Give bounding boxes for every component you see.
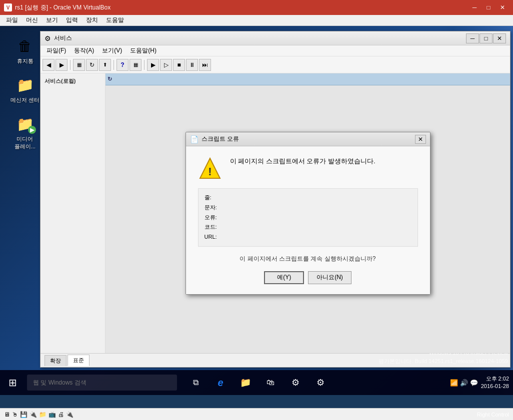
taskbar-right: 📶 🔊 💬 오후 2:02 2016-01-28 <box>450 370 513 395</box>
dialog-detail-url: URL: <box>204 232 412 242</box>
svg-text:!: ! <box>208 165 212 178</box>
taskbar-task-view[interactable]: ⧉ <box>183 370 208 395</box>
services-title: 서비스 <box>54 34 466 42</box>
dialog-detail-char: 문자: <box>204 203 412 213</box>
services-main-panel: ↻ 📄 스크립트 오류 ✕ <box>106 73 510 353</box>
toolbar-export-button[interactable]: ⬆ <box>99 59 111 71</box>
services-menu-help[interactable]: 도움말(H) <box>126 45 160 56</box>
vbox-minimize-button[interactable]: ─ <box>468 2 481 12</box>
vbox-window-controls: ─ □ ✕ <box>468 2 509 12</box>
dialog-message: 이 페이지의 스크립트에서 오류가 발생하였습니다. <box>230 156 376 166</box>
clock-date: 2016-01-28 <box>481 383 509 390</box>
services-content: 서비스(로컬) ↻ 📄 스크립 <box>40 73 510 353</box>
vbox-menu-file[interactable]: 파일 <box>2 15 22 25</box>
services-minimize-button[interactable]: ─ <box>466 33 479 43</box>
dialog-detail-code: 코드: <box>204 222 412 232</box>
desktop-icon-list: 🗑 휴지통 📁 메신저 센터 📁 ▶ 미디어플레이... <box>10 36 40 150</box>
toolbar-prop-button[interactable]: ▦ <box>130 59 142 71</box>
taskbar-store[interactable]: 🛍 <box>258 370 283 395</box>
dialog-no-button[interactable]: 아니요(N) <box>308 271 352 284</box>
services-close-button[interactable]: ✕ <box>493 33 506 43</box>
services-maximize-button[interactable]: □ <box>480 33 492 43</box>
toolbar-separator-3 <box>144 60 144 70</box>
taskbar-explorer[interactable]: 📁 <box>233 370 258 395</box>
toolbar-refresh-button[interactable]: ↻ <box>86 59 98 71</box>
dialog-detail-line: 줄: <box>204 193 412 203</box>
vbox-status-icon-8: 🔌 <box>66 411 74 418</box>
taskbar-edge[interactable]: e <box>208 370 233 395</box>
taskbar-settings[interactable]: ⚙ <box>283 370 308 395</box>
vbox-close-button[interactable]: ✕ <box>496 2 509 12</box>
desktop-icon-recycle-bin[interactable]: 🗑 휴지통 <box>10 36 40 65</box>
services-menu-file[interactable]: 파일(F) <box>42 45 70 56</box>
vbox-icon: V <box>4 3 12 11</box>
vbox-status-icon-6: 📺 <box>48 411 56 418</box>
services-menu-view[interactable]: 보기(V) <box>98 45 126 56</box>
mediaplayer-icon: 📁 ▶ <box>15 114 35 134</box>
toolbar-back-button[interactable]: ◀ <box>42 59 54 71</box>
services-window-controls: ─ □ ✕ <box>466 33 506 43</box>
vbox-titlebar: V rs1 [실행 중] - Oracle VM VirtualBox ─ □ … <box>0 0 513 15</box>
toolbar-start-button[interactable]: ▶ <box>147 59 159 71</box>
start-icon: ⊞ <box>8 377 17 389</box>
taskbar-clock: 오후 2:02 2016-01-28 <box>481 375 509 391</box>
search-input[interactable] <box>27 375 177 391</box>
detail-code-label: 코드: <box>204 224 217 230</box>
vbox-menu-help[interactable]: 도움말 <box>102 15 128 25</box>
dialog-buttons: 예(Y) 아니요(N) <box>198 271 418 284</box>
toolbar-view-button[interactable]: ▦ <box>73 59 85 71</box>
toolbar-help-button[interactable]: ? <box>116 59 128 71</box>
dialog-titlebar-icon: 📄 <box>190 135 198 143</box>
services-titlebar: ⚙ 서비스 ─ □ ✕ <box>40 31 510 45</box>
dialog-details: 줄: 문자: 오류: <box>198 188 418 247</box>
vbox-window: V rs1 [실행 중] - Oracle VM VirtualBox ─ □ … <box>0 0 513 420</box>
vbox-menu-machine[interactable]: 머신 <box>22 15 42 25</box>
toolbar-forward-button[interactable]: ▶ <box>56 59 68 71</box>
messenger-icon: 📁 <box>15 75 35 95</box>
tray-network-icon: 📶 <box>450 379 458 387</box>
services-tab-expand[interactable]: 확장 <box>44 355 66 366</box>
recycle-bin-label: 휴지통 <box>17 57 34 65</box>
toolbar-separator-1 <box>70 60 70 70</box>
toolbar-pause-button[interactable]: ⏸ <box>186 59 198 71</box>
vbox-menu-device[interactable]: 장치 <box>82 15 102 25</box>
start-button[interactable]: ⊞ <box>0 370 25 395</box>
vbox-maximize-button[interactable]: □ <box>482 2 495 12</box>
toolbar-restart-button[interactable]: ⏭ <box>199 59 211 71</box>
detail-error-label: 오류: <box>204 214 217 220</box>
taskbar-apps: ⧉ e 📁 🛍 ⚙ ⚙ <box>183 370 333 395</box>
dialog-yes-button[interactable]: 예(Y) <box>264 271 304 284</box>
build-info-line2: 평가본입니다. Build 14251.rs1_release.160124-1… <box>378 357 508 366</box>
tray-volume-icon: 🔊 <box>460 379 468 387</box>
detail-url-label: URL: <box>204 234 217 240</box>
toolbar-resume-button[interactable]: ▷ <box>160 59 172 71</box>
taskbar: ⊞ ⧉ e 📁 🛍 ⚙ ⚙ 📶 🔊 💬 <box>0 370 513 395</box>
services-sidebar: 서비스(로컬) <box>40 73 106 353</box>
recycle-bin-icon: 🗑 <box>15 36 35 56</box>
dialog-question: 이 페이지에서 스크립트를 계속 실행하시겠습니까? <box>198 255 418 263</box>
right-control-label: Right Control <box>477 412 509 418</box>
vbox-menu-view[interactable]: 보기 <box>42 15 62 25</box>
services-tab-standard[interactable]: 표준 <box>68 355 90 366</box>
desktop-icon-messenger[interactable]: 📁 메신저 센터 <box>10 75 40 104</box>
tray-msg-icon: 💬 <box>470 379 478 387</box>
vbox-menu-input[interactable]: 입력 <box>62 15 82 25</box>
vbox-menubar: 파일 머신 보기 입력 장치 도움말 <box>0 15 513 26</box>
dialog-close-button[interactable]: ✕ <box>415 135 426 144</box>
vm-display: 🗑 휴지통 📁 메신저 센터 📁 ▶ 미디어플레이... <box>0 26 513 395</box>
script-error-dialog: 📄 스크립트 오류 ✕ <box>186 132 430 295</box>
detail-line-label: 줄: <box>204 194 212 200</box>
services-icon: ⚙ <box>44 34 51 42</box>
mediaplayer-label: 미디어플레이... <box>14 135 36 150</box>
vbox-status-icon-3: 💾 <box>20 411 28 418</box>
vbox-statusbar: 🖥 🖱 💾 🔌 📁 📺 🖨 🔌 Right Control <box>0 408 513 420</box>
toolbar-stop-button[interactable]: ■ <box>173 59 185 71</box>
desktop-icon-mediaplayer[interactable]: 📁 ▶ 미디어플레이... <box>10 114 40 150</box>
services-menubar: 파일(F) 동작(A) 보기(V) 도움말(H) <box>40 45 510 56</box>
services-sidebar-title: 서비스(로컬) <box>44 77 101 85</box>
taskbar-settings2[interactable]: ⚙ <box>308 370 333 395</box>
toolbar-separator-2 <box>114 60 114 70</box>
vbox-title: rs1 [실행 중] - Oracle VM VirtualBox <box>15 3 468 12</box>
clock-time: 오후 2:02 <box>481 375 509 383</box>
services-menu-action[interactable]: 동작(A) <box>70 45 98 56</box>
